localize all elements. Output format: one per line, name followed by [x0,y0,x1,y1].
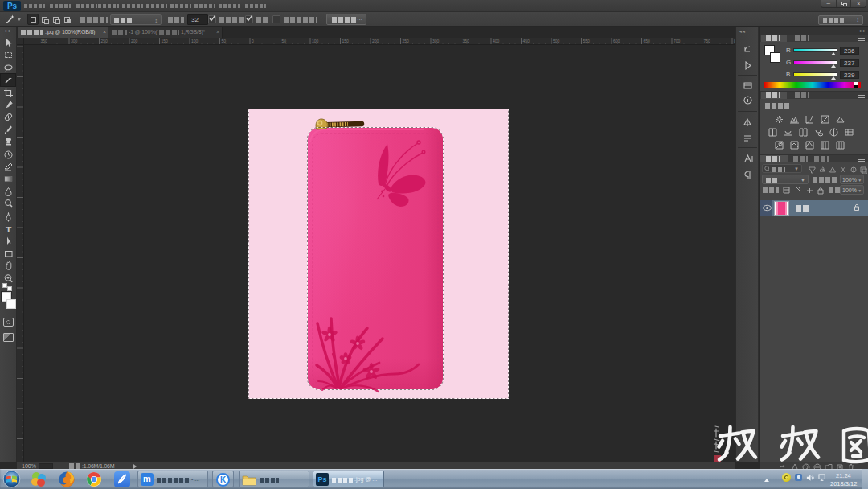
svg-text:200: 200 [131,39,138,43]
svg-text:0: 0 [252,39,254,43]
svg-text:150: 150 [162,39,169,43]
svg-text:100: 100 [191,39,199,43]
svg-text:300: 300 [432,39,440,43]
svg-text:450: 450 [523,39,530,43]
svg-text:300: 300 [71,39,78,43]
svg-text:500: 500 [553,39,560,43]
svg-text:350: 350 [463,39,470,43]
svg-text:550: 550 [583,39,591,43]
svg-text:200: 200 [372,39,379,43]
svg-text:150: 150 [342,39,350,43]
svg-text:750: 750 [704,39,711,43]
svg-text:T: T [6,224,12,234]
svg-text:350: 350 [41,39,48,43]
svg-text:700: 700 [674,39,681,43]
svg-text:50: 50 [222,39,227,43]
svg-text:250: 250 [403,39,410,43]
svg-text:650: 650 [644,39,651,43]
svg-text:50: 50 [282,39,287,43]
svg-text:100: 100 [312,39,319,43]
svg-text:600: 600 [613,39,620,43]
svg-text:250: 250 [101,39,108,43]
svg-text:400: 400 [493,39,500,43]
